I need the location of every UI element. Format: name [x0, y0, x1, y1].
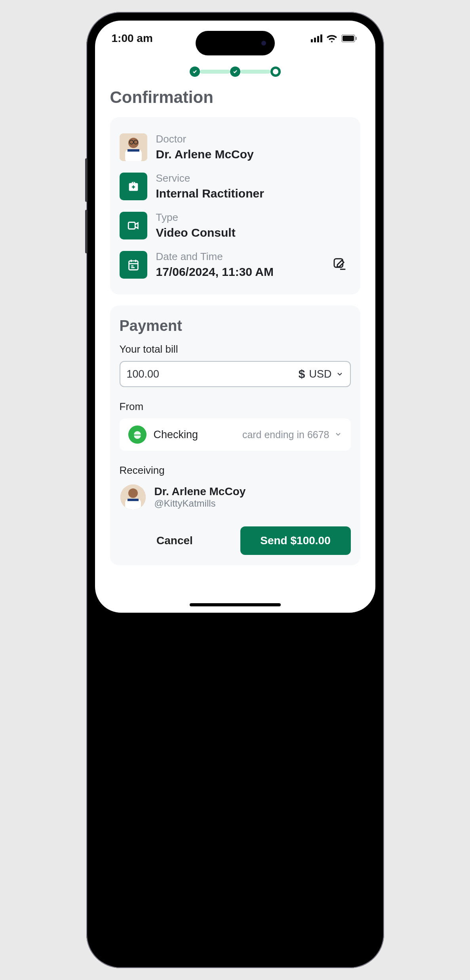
currency-selector[interactable]: $ USD — [299, 367, 344, 381]
phone-frame: 1:00 am — [86, 12, 384, 968]
receiving-handle: @KittyKatmills — [154, 498, 246, 509]
video-icon — [120, 212, 147, 239]
status-time: 1:00 am — [112, 32, 153, 45]
from-label: From — [120, 401, 351, 413]
home-indicator[interactable] — [190, 603, 281, 606]
briefcase-medical-icon — [120, 173, 147, 200]
svg-point-13 — [128, 488, 138, 498]
from-account-selector[interactable]: Checking card ending in 6678 — [120, 418, 351, 451]
calendar-icon — [120, 251, 147, 279]
chevron-down-icon — [336, 370, 344, 378]
step-1-done-icon — [190, 66, 200, 77]
doctor-value: Dr. Arlene McCoy — [156, 148, 254, 161]
bank-icon — [128, 425, 147, 444]
datetime-value: 17/06/2024, 11:30 AM — [156, 265, 274, 279]
currency-symbol: $ — [299, 367, 305, 381]
page-title: Confirmation — [110, 88, 360, 107]
cancel-button[interactable]: Cancel — [120, 526, 230, 555]
datetime-label: Date and Time — [156, 251, 274, 263]
receiving-label: Receiving — [120, 464, 351, 477]
phone-screen: 1:00 am — [95, 21, 375, 613]
from-account-name: Checking — [154, 429, 198, 441]
payment-card: Payment Your total bill 100.00 $ USD Fro… — [110, 306, 360, 565]
doctor-avatar — [120, 133, 147, 161]
edit-datetime-button[interactable] — [331, 256, 349, 274]
doctor-label: Doctor — [156, 133, 254, 145]
send-button[interactable]: Send $100.00 — [240, 526, 351, 555]
svg-rect-1 — [343, 36, 354, 41]
dynamic-island — [196, 31, 275, 55]
type-label: Type — [156, 211, 236, 224]
type-value: Video Consult — [156, 226, 236, 239]
summary-type-row: Type Video Consult — [120, 206, 351, 245]
receiving-name: Dr. Arlene McCoy — [154, 485, 246, 498]
battery-icon — [341, 34, 357, 42]
svg-rect-2 — [356, 37, 357, 40]
currency-code: USD — [309, 368, 331, 380]
action-row: Cancel Send $100.00 — [120, 526, 351, 555]
step-3-current-icon — [270, 66, 281, 77]
step-connector — [200, 70, 230, 74]
svg-rect-6 — [127, 149, 139, 152]
svg-rect-9 — [128, 222, 135, 229]
receiving-row: Dr. Arlene McCoy @KittyKatmills — [120, 482, 351, 512]
confirmation-summary-card: Doctor Dr. Arlene McCoy Service Internal… — [110, 117, 360, 294]
progress-stepper — [110, 66, 360, 77]
summary-doctor-row: Doctor Dr. Arlene McCoy — [120, 127, 351, 167]
cellular-signal-icon — [311, 34, 322, 42]
bill-amount: 100.00 — [127, 368, 299, 380]
wifi-icon — [326, 34, 337, 43]
edit-icon — [332, 256, 348, 272]
svg-rect-15 — [127, 499, 139, 501]
payment-title: Payment — [120, 317, 351, 334]
service-label: Service — [156, 172, 264, 184]
total-bill-input[interactable]: 100.00 $ USD — [120, 361, 351, 387]
from-account-detail: card ending in 6678 — [242, 429, 329, 441]
chevron-down-icon — [334, 429, 342, 441]
summary-service-row: Service Internal Ractitioner — [120, 167, 351, 206]
step-connector — [240, 70, 270, 74]
bill-label: Your total bill — [120, 343, 351, 355]
svg-rect-10 — [129, 261, 138, 270]
summary-datetime-row: Date and Time 17/06/2024, 11:30 AM — [120, 245, 351, 284]
receiving-avatar — [120, 484, 146, 510]
service-value: Internal Ractitioner — [156, 187, 264, 200]
step-2-done-icon — [230, 66, 240, 77]
